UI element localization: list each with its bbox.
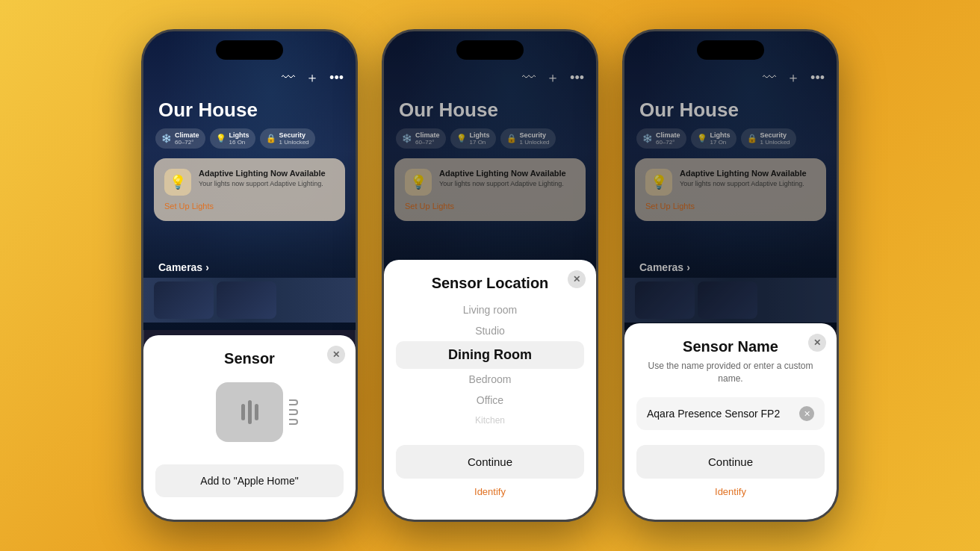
add-home-button[interactable]: Add to "Apple Home" — [155, 464, 344, 497]
adaptive-card-2: 💡 Adaptive Lighting Now Available Your l… — [394, 158, 586, 221]
phone-1: 〰 ＋ ••• Our House ❄️ Climate 60–72° 💡 Li… — [141, 29, 358, 522]
location-bedroom[interactable]: Bedroom — [396, 369, 584, 390]
adaptive-icon-2: 💡 — [405, 169, 432, 196]
continue-button-3[interactable]: Continue — [636, 445, 825, 479]
waveform-icon-2[interactable]: 〰 — [522, 70, 536, 86]
modal-close-2[interactable]: ✕ — [568, 270, 586, 288]
status-pills-1: ❄️ Climate 60–72° 💡 Lights 16 On 🔒 Secur… — [155, 128, 315, 149]
add-icon-1[interactable]: ＋ — [306, 69, 319, 87]
sensor-icon-box — [216, 382, 283, 442]
modal-close-1[interactable]: ✕ — [327, 346, 345, 364]
waveform-icon-3[interactable]: 〰 — [763, 70, 776, 86]
chevron-right-icon-3: › — [686, 261, 690, 273]
security-pill-1[interactable]: 🔒 Security 1 Unlocked — [260, 128, 315, 149]
setup-link-3[interactable]: Set Up Lights — [645, 202, 816, 211]
wave-arc-2 — [289, 409, 298, 415]
lights-pill-2[interactable]: 💡 Lights 17 On — [450, 128, 496, 149]
lights-pill-3[interactable]: 💡 Lights 17 On — [691, 128, 736, 149]
lights-label-1: Lights — [229, 131, 249, 139]
location-kitchen[interactable]: Kitchen — [396, 411, 584, 430]
location-office[interactable]: Office — [396, 390, 584, 411]
camera-thumb-3b — [698, 281, 757, 319]
location-studio[interactable]: Studio — [396, 320, 584, 341]
chevron-right-icon-1: › — [205, 261, 209, 273]
sensor-modal: ✕ Sensor Add to "Apple Home" — [143, 335, 356, 520]
wave-arc-3 — [289, 419, 298, 425]
camera-thumb-3a — [635, 281, 695, 319]
action-bar-1: 〰 ＋ ••• — [143, 69, 356, 87]
climate-pill-3[interactable]: ❄️ Climate 60–72° — [636, 128, 686, 149]
climate-pill-1[interactable]: ❄️ Climate 60–72° — [155, 128, 205, 149]
phone-3: 〰 ＋ ••• Our House ❄️ Climate 60–72° 💡 Li… — [622, 29, 839, 522]
lights-icon-1: 💡 — [216, 134, 226, 143]
security-pill-3[interactable]: 🔒 Security 1 Unlocked — [741, 128, 796, 149]
adaptive-title-2: Adaptive Lighting Now Available — [439, 169, 566, 178]
adaptive-body-2: Your lights now support Adaptive Lightin… — [439, 180, 566, 189]
security-sub-1: 1 Unlocked — [279, 139, 309, 146]
dynamic-island-2 — [456, 40, 524, 60]
name-modal: ✕ Sensor Name Use the name provided or e… — [624, 323, 837, 520]
cameras-label-3: Cameras › — [639, 261, 690, 273]
lights-sub-1: 16 On — [229, 139, 249, 146]
adaptive-card-3: 💡 Adaptive Lighting Now Available Your l… — [635, 158, 826, 221]
climate-label-1: Climate — [175, 131, 199, 139]
camera-strip-3 — [624, 278, 837, 323]
continue-button-2[interactable]: Continue — [396, 445, 584, 479]
adaptive-icon-3: 💡 — [645, 169, 672, 196]
adaptive-title-1: Adaptive Lighting Now Available — [199, 169, 326, 178]
lights-pill-1[interactable]: 💡 Lights 16 On — [210, 128, 255, 149]
add-icon-3[interactable]: ＋ — [787, 69, 800, 87]
modal-title-1: Sensor — [155, 350, 344, 367]
sensor-icon-area — [155, 382, 344, 442]
add-icon-2[interactable]: ＋ — [546, 69, 559, 87]
more-icon-1[interactable]: ••• — [329, 70, 344, 86]
identify-link-2[interactable]: Identify — [396, 486, 584, 497]
waveform-icon-1[interactable]: 〰 — [282, 70, 295, 86]
status-pills-3: ❄️ Climate 60–72° 💡 Lights 17 On 🔒 Secur… — [636, 128, 796, 149]
modal-title-3: Sensor Name — [636, 338, 825, 355]
clear-input-icon[interactable]: ✕ — [799, 406, 814, 421]
more-icon-2[interactable]: ••• — [570, 70, 584, 86]
action-bar-3: 〰 ＋ ••• — [624, 69, 837, 87]
camera-thumb-1b — [217, 281, 276, 319]
dynamic-island-3 — [697, 40, 764, 60]
wave-arc-1 — [289, 399, 298, 405]
location-dining-room[interactable]: Dining Room — [396, 341, 584, 369]
name-input-container[interactable]: Aqara Presence Sensor FP2 ✕ — [636, 397, 825, 430]
sensor-waves — [289, 399, 298, 425]
house-title-3: Our House — [639, 99, 739, 122]
adaptive-body-1: Your lights now support Adaptive Lightin… — [199, 180, 326, 189]
status-pills-2: ❄️ Climate 60–72° 💡 Lights 17 On 🔒 Secur… — [396, 128, 556, 149]
dynamic-island-1 — [216, 40, 283, 60]
modal-subtitle-3: Use the name provided or enter a custom … — [636, 360, 825, 385]
house-title-1: Our House — [158, 99, 258, 122]
security-icon-1: 🔒 — [266, 134, 276, 143]
modal-title-2: Sensor Location — [396, 275, 584, 292]
adaptive-card-1: 💡 Adaptive Lighting Now Available Your l… — [154, 158, 345, 221]
cameras-label-1: Cameras › — [158, 261, 209, 273]
location-modal: ✕ Sensor Location Living room Studio Din… — [384, 260, 596, 520]
more-icon-3[interactable]: ••• — [810, 70, 825, 86]
setup-link-1[interactable]: Set Up Lights — [164, 202, 335, 211]
identify-link-3[interactable]: Identify — [636, 486, 825, 497]
sensor-bar-2 — [248, 400, 252, 424]
setup-link-2[interactable]: Set Up Lights — [405, 202, 575, 211]
action-bar-2: 〰 ＋ ••• — [384, 69, 596, 87]
sensor-bar-1 — [241, 404, 245, 420]
climate-icon-1: ❄️ — [161, 134, 172, 143]
sensor-bar-3 — [255, 404, 258, 420]
adaptive-icon-1: 💡 — [164, 169, 191, 196]
security-label-1: Security — [279, 131, 309, 139]
sensor-bars — [241, 400, 258, 424]
adaptive-title-3: Adaptive Lighting Now Available — [680, 169, 807, 178]
climate-sub-1: 60–72° — [175, 139, 199, 146]
location-living-room[interactable]: Living room — [396, 299, 584, 320]
house-title-2: Our House — [399, 99, 498, 122]
name-input-value[interactable]: Aqara Presence Sensor FP2 — [647, 408, 780, 420]
location-picker: Living room Studio Dining Room Bedroom O… — [396, 299, 584, 430]
camera-thumb-1a — [154, 281, 214, 319]
security-pill-2[interactable]: 🔒 Security 1 Unlocked — [500, 128, 556, 149]
phone-2: 〰 ＋ ••• Our House ❄️ Climate 60–72° 💡 Li… — [382, 29, 598, 522]
climate-pill-2[interactable]: ❄️ Climate 60–72° — [396, 128, 446, 149]
camera-strip-1 — [143, 278, 356, 323]
